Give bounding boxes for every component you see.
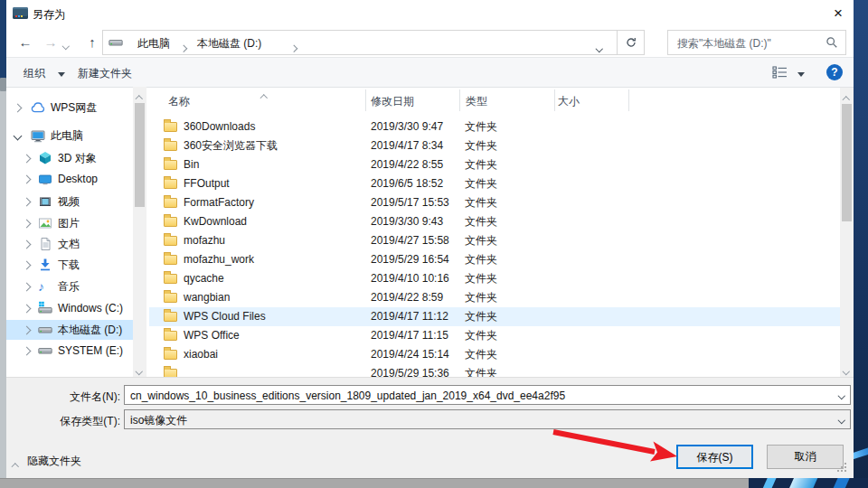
view-dropdown-icon[interactable] (797, 72, 805, 77)
scroll-up-icon[interactable] (844, 92, 849, 105)
picture-icon (38, 216, 52, 230)
folder-icon (164, 369, 177, 377)
file-row[interactable]: WPS Office2019/4/17 11:15文件夹 (149, 326, 840, 345)
sidebar-item-windows-c[interactable]: Windows (C:) (6, 298, 133, 318)
resize-grip[interactable] (837, 463, 839, 465)
command-bar (6, 58, 854, 88)
cloud-icon (31, 100, 45, 115)
folder-icon (164, 141, 177, 151)
chevron-up-icon[interactable] (13, 459, 18, 472)
chevron-right-icon[interactable] (23, 198, 32, 207)
folder-icon (164, 312, 177, 322)
chevron-right-icon[interactable] (23, 261, 32, 270)
sidebar-item-documents[interactable]: 文档 (6, 234, 133, 254)
drive-icon (38, 343, 52, 358)
new-folder-button[interactable]: 新建文件夹 (78, 66, 132, 81)
sidebar-item-pictures[interactable]: 图片 (6, 213, 133, 233)
address-bar[interactable] (102, 30, 618, 55)
breadcrumb-this-pc[interactable]: 此电脑 (137, 36, 170, 52)
scrollbar-thumb[interactable] (842, 104, 852, 221)
chevron-right-icon[interactable] (23, 347, 32, 356)
file-row[interactable]: qycache2019/4/10 10:16文件夹 (149, 269, 840, 288)
sidebar-item-this-pc[interactable]: 此电脑 (6, 126, 133, 145)
folder-icon (164, 331, 177, 341)
column-header-type[interactable]: 类型 (466, 94, 487, 109)
sidebar-item-3d-objects[interactable]: 3D 对象 (6, 148, 133, 168)
back-icon[interactable]: ← (14, 31, 36, 54)
file-row[interactable]: xiaobai2019/4/24 15:14文件夹 (149, 345, 840, 364)
sort-ascending-icon (261, 90, 267, 103)
chevron-down-icon[interactable] (837, 417, 844, 424)
folder-icon (164, 293, 177, 303)
chevron-right-icon[interactable] (23, 155, 32, 164)
column-header-size[interactable]: 大小 (558, 94, 580, 109)
sidebar-scrollbar[interactable] (133, 87, 146, 377)
drive-icon (108, 35, 123, 52)
details-view-icon[interactable] (772, 66, 788, 81)
file-row-hovered[interactable]: WPS Cloud Files2019/4/17 11:12文件夹 (149, 307, 840, 326)
breadcrumb-separator-icon[interactable] (291, 41, 297, 53)
save-type-combo[interactable]: iso镜像文件 (124, 409, 851, 429)
column-header-date[interactable]: 修改日期 (371, 94, 414, 109)
file-row[interactable]: 360安全浏览器下载2019/4/17 8:34文件夹 (149, 136, 840, 155)
search-box[interactable] (667, 30, 846, 55)
folder-icon (164, 236, 177, 246)
hide-folders-button[interactable]: 隐藏文件夹 (27, 454, 81, 469)
sidebar-item-music[interactable]: ♪ 音乐 (6, 277, 133, 296)
organize-button[interactable]: 组织 (24, 66, 45, 81)
address-dropdown-chevron-icon[interactable] (597, 41, 602, 53)
chevron-down-icon[interactable] (837, 392, 844, 399)
help-icon[interactable]: ? (826, 64, 843, 80)
column-header-name[interactable]: 名称 (168, 94, 190, 109)
chevron-down-icon[interactable] (14, 132, 23, 141)
video-icon (38, 194, 52, 209)
filename-label: 文件名(N): (18, 389, 120, 405)
folder-icon (164, 179, 177, 189)
scrollbar-thumb[interactable] (135, 103, 145, 207)
sidebar-item-desktop[interactable]: Desktop (6, 169, 133, 189)
file-row[interactable]: FFOutput2019/6/5 18:52文件夹 (149, 174, 840, 193)
scroll-up-icon[interactable] (137, 91, 142, 104)
folder-icon (164, 198, 177, 208)
recent-locations-chevron-icon[interactable] (63, 38, 69, 51)
folder-icon (164, 160, 177, 170)
chevron-right-icon[interactable] (14, 104, 23, 113)
chevron-right-icon[interactable] (23, 240, 32, 249)
breadcrumb-local-disk-d[interactable]: 本地磁盘 (D:) (197, 36, 261, 52)
file-row[interactable]: 360Downloads2019/3/30 9:47文件夹 (149, 117, 840, 136)
organize-dropdown-icon[interactable] (58, 72, 65, 77)
sidebar-item-system-e[interactable]: SYSTEM (E:) (6, 341, 133, 361)
chevron-right-icon[interactable] (23, 305, 32, 314)
sidebar-item-local-disk-d[interactable]: 本地磁盘 (D:) (6, 320, 133, 340)
file-row[interactable]: Bin2019/4/22 8:55文件夹 (149, 155, 840, 174)
search-icon[interactable] (826, 36, 838, 52)
chevron-right-icon[interactable] (23, 326, 32, 335)
sidebar-item-wps-cloud[interactable]: WPS网盘 (6, 98, 133, 117)
filename-input[interactable] (128, 388, 828, 404)
sidebar-item-downloads[interactable]: 下载 (6, 255, 133, 275)
chevron-right-icon[interactable] (23, 220, 32, 229)
refresh-button[interactable] (618, 30, 645, 55)
list-scrollbar[interactable] (840, 88, 854, 377)
drive-icon (38, 323, 52, 337)
sidebar-item-videos[interactable]: 视频 (6, 192, 133, 211)
file-row[interactable]: mofazhu_work2019/5/29 16:54文件夹 (149, 250, 840, 269)
chevron-right-icon[interactable] (23, 283, 32, 292)
close-icon[interactable]: × (825, 2, 852, 25)
file-row[interactable]: KwDownload2019/3/30 9:43文件夹 (149, 212, 840, 231)
scroll-down-icon[interactable] (137, 363, 142, 376)
search-input[interactable] (675, 33, 819, 53)
background-window-strip (0, 478, 868, 488)
file-row[interactable]: mofazhu2019/4/27 15:58文件夹 (149, 231, 840, 250)
chevron-right-icon[interactable] (23, 175, 32, 184)
breadcrumb-separator-icon[interactable] (181, 41, 186, 53)
background-window-icon (0, 78, 6, 91)
save-button[interactable]: 保存(S) (676, 445, 753, 469)
file-row[interactable]: 2019/5/29 15:36文件夹 (149, 364, 840, 377)
file-row[interactable]: wangbian2019/4/22 8:59文件夹 (149, 288, 840, 307)
file-row[interactable]: FormatFactory2019/5/17 15:53文件夹 (149, 193, 840, 212)
scroll-down-icon[interactable] (844, 363, 849, 376)
up-icon[interactable]: ↑ (81, 31, 103, 54)
filename-combo[interactable] (124, 385, 851, 405)
cancel-button[interactable]: 取消 (767, 445, 844, 469)
